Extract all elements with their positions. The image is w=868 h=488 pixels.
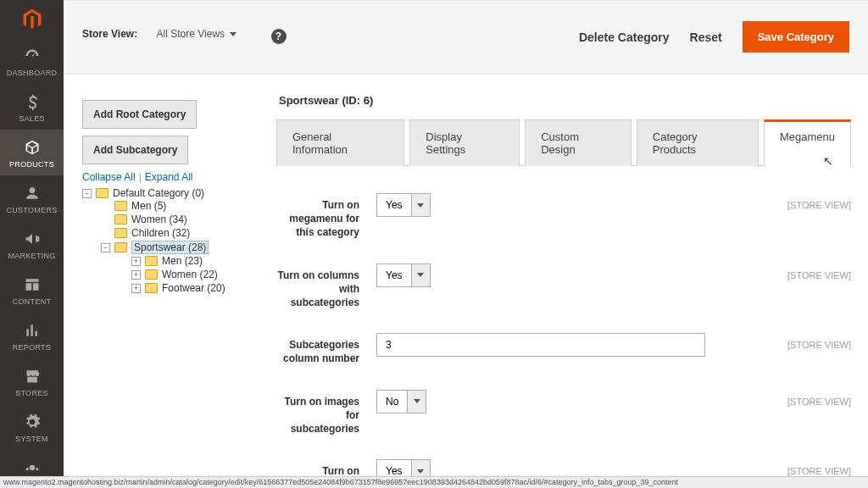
chevron-down-icon[interactable]	[412, 263, 431, 287]
tab-design[interactable]: Custom Design	[525, 119, 632, 166]
help-icon[interactable]: ?	[271, 29, 287, 44]
nav-customers-label: CUSTOMERS	[2, 206, 62, 214]
reset-button[interactable]: Reset	[690, 30, 722, 44]
nav-stores-label: STORES	[2, 389, 62, 397]
tab-display[interactable]: Display Settings	[409, 119, 520, 166]
category-side-panel: Add Root Category Add Subcategory Collap…	[82, 100, 269, 297]
nav-stores[interactable]: STORES	[0, 358, 64, 404]
tree-node-men[interactable]: Men (5)	[131, 200, 166, 212]
nav-products[interactable]: PRODUCTS	[0, 130, 64, 175]
tree-toggle-icon[interactable]: +	[131, 270, 141, 280]
tree-node-children[interactable]: Children (32)	[131, 227, 190, 239]
tree-node-sw-footwear[interactable]: Footwear (20)	[162, 282, 225, 294]
nav-system-label: SYSTEM	[2, 435, 62, 443]
tree-node-sw-women[interactable]: Women (22)	[162, 269, 218, 280]
nav-content-label: CONTENT	[2, 297, 62, 306]
add-subcategory-button[interactable]: Add Subcategory	[82, 136, 188, 164]
tree-toggle-icon[interactable]: +	[131, 284, 141, 293]
store-view-switcher[interactable]: All Store Views	[157, 28, 236, 40]
tab-products[interactable]: Category Products	[637, 119, 759, 166]
category-form: Sportswear (ID: 6) General Information D…	[276, 87, 851, 488]
folder-icon	[96, 188, 108, 198]
folder-icon	[145, 256, 158, 266]
magento-logo[interactable]	[0, 0, 64, 38]
columns-select-value: Yes	[376, 263, 412, 287]
folder-icon	[114, 214, 127, 225]
tree-node-sportswear[interactable]: Sportswear (28)	[131, 241, 209, 254]
columns-select[interactable]: Yes	[376, 263, 431, 287]
nav-dashboard-label: DASHBOARD	[2, 69, 62, 77]
nav-sales-label: SALES	[2, 114, 62, 123]
save-category-button[interactable]: Save Category	[743, 21, 849, 53]
cursor-icon: ↖	[823, 154, 833, 168]
chevron-down-icon	[230, 32, 236, 36]
field-label-columns: Turn on columns with subcategories	[276, 263, 376, 310]
scope-label: [STORE VIEW]	[787, 459, 851, 476]
nav-marketing[interactable]: MARKETING	[0, 221, 64, 267]
chevron-down-icon[interactable]	[412, 193, 431, 217]
nav-customers[interactable]: CUSTOMERS	[0, 175, 64, 221]
tree-toggle-icon[interactable]: +	[131, 257, 141, 266]
chevron-down-icon[interactable]	[408, 390, 426, 413]
category-title: Sportswear (ID: 6)	[279, 94, 849, 107]
scope-label: [STORE VIEW]	[787, 333, 851, 350]
page-toolbar: Store View: All Store Views ? Delete Cat…	[64, 0, 868, 75]
folder-icon	[114, 201, 127, 211]
admin-nav-rail: DASHBOARD SALES PRODUCTS CUSTOMERS MARKE…	[0, 0, 64, 488]
scope-label: [STORE VIEW]	[787, 263, 851, 280]
tree-node-sw-men[interactable]: Men (23)	[162, 255, 203, 267]
browser-status-bar: www.magento2.magentohosting.biz/martin/a…	[0, 476, 868, 488]
category-tabs: General Information Display Settings Cus…	[276, 119, 851, 166]
expand-all-link[interactable]: Expand All	[145, 171, 193, 183]
store-view-label: Store View:	[82, 28, 137, 40]
category-tree: −Default Category (0) Men (5) Women (34)…	[82, 186, 269, 297]
tab-general[interactable]: General Information	[276, 119, 404, 166]
nav-system[interactable]: SYSTEM	[0, 404, 64, 450]
tab-megamenu-label: Megamenu	[780, 130, 835, 143]
megamenu-select-value: Yes	[376, 193, 412, 217]
megamenu-select[interactable]: Yes	[376, 193, 431, 217]
colnum-input[interactable]	[376, 333, 705, 357]
folder-icon	[145, 269, 158, 280]
field-label-megamenu: Turn on megamenu for this category	[276, 193, 376, 240]
field-label-colnum: Subcategories column number	[276, 333, 376, 365]
scope-label: [STORE VIEW]	[787, 193, 851, 210]
nav-marketing-label: MARKETING	[2, 252, 62, 260]
tree-node-women[interactable]: Women (34)	[131, 214, 187, 225]
images-select[interactable]: No	[376, 390, 426, 413]
folder-icon	[145, 283, 158, 293]
nav-products-label: PRODUCTS	[2, 160, 62, 169]
folder-icon	[114, 242, 127, 252]
images-select-value: No	[376, 390, 408, 413]
folder-icon	[114, 228, 127, 238]
nav-reports[interactable]: REPORTS	[0, 313, 64, 358]
tree-node-default[interactable]: Default Category (0)	[113, 187, 204, 199]
nav-sales[interactable]: SALES	[0, 84, 64, 130]
field-label-images: Turn on images for subcategories	[276, 390, 376, 436]
add-root-category-button[interactable]: Add Root Category	[82, 100, 197, 129]
nav-content[interactable]: CONTENT	[0, 267, 64, 313]
store-view-value: All Store Views	[157, 28, 225, 40]
nav-dashboard[interactable]: DASHBOARD	[0, 38, 64, 84]
nav-reports-label: REPORTS	[2, 343, 62, 352]
tab-megamenu[interactable]: Megamenu↖	[764, 119, 851, 166]
collapse-all-link[interactable]: Collapse All	[82, 171, 136, 183]
tree-toggle-icon[interactable]: −	[101, 243, 110, 252]
delete-category-button[interactable]: Delete Category	[579, 30, 670, 44]
tree-toggle-icon[interactable]: −	[82, 189, 92, 198]
scope-label: [STORE VIEW]	[787, 390, 851, 407]
